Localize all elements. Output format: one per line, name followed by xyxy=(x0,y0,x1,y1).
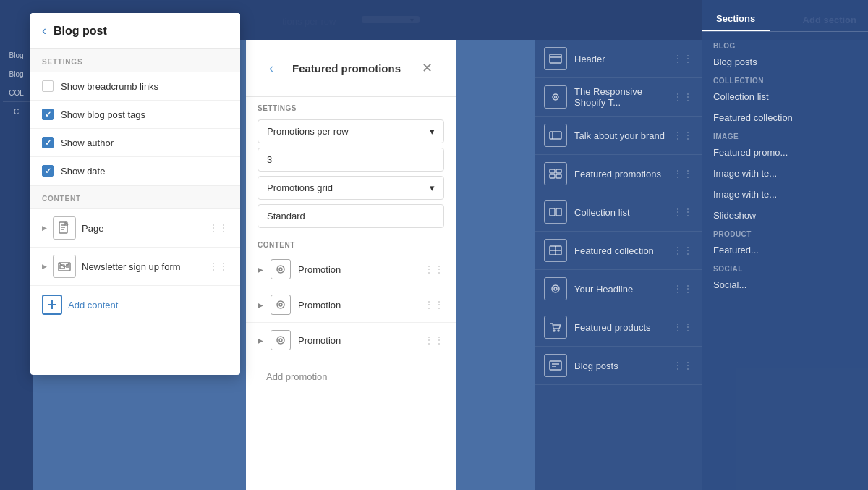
author-label: Show author xyxy=(61,138,114,148)
show-date-item[interactable]: Show date xyxy=(30,157,240,185)
sections-item-featured-promo[interactable]: Featured promo... xyxy=(702,142,868,163)
responsive-section-label: The Responsive Shopify T... xyxy=(574,86,665,108)
svg-point-18 xyxy=(558,330,559,331)
section-item-promotions[interactable]: Featured promotions ⋮⋮ xyxy=(535,155,702,193)
date-checkbox[interactable] xyxy=(42,165,54,177)
featured-products-drag-handle: ⋮⋮ xyxy=(673,321,693,333)
header-drag-handle: ⋮⋮ xyxy=(673,53,693,64)
promotion-drag-1: ⋮⋮ xyxy=(424,263,444,275)
sections-item-featured[interactable]: Featured... xyxy=(702,240,868,261)
svg-rect-6 xyxy=(550,169,555,173)
section-item-featured-collection[interactable]: Featured collection ⋮⋮ xyxy=(535,232,702,270)
section-item-collection-list[interactable]: Collection list ⋮⋮ xyxy=(535,193,702,232)
newsletter-content-item[interactable]: ▶ Newsletter sign up form ⋮⋮ xyxy=(30,248,240,286)
blog-posts-icon xyxy=(544,354,567,377)
promotion-drag-2: ⋮⋮ xyxy=(424,299,444,311)
promotions-per-row-dropdown[interactable]: Promotions per row ▾ xyxy=(258,119,444,143)
brand-section-label: Talk about your brand xyxy=(574,130,665,141)
blog-panel-header: ‹ Blog post xyxy=(30,13,240,49)
promotions-section-icon xyxy=(544,162,567,185)
show-blog-post-tags-item[interactable]: Show blog post tags xyxy=(30,101,240,129)
category-blog: BLOG xyxy=(702,38,868,51)
page-content-item[interactable]: ▶ Page ⋮⋮ xyxy=(30,209,240,248)
sections-item-image-text-2[interactable]: Image with te... xyxy=(702,184,868,205)
promotion-icon-3 xyxy=(271,330,291,350)
svg-point-17 xyxy=(553,330,555,331)
svg-point-2 xyxy=(553,94,558,100)
blog-post-tags-label: Show blog post tags xyxy=(61,109,145,120)
category-image: IMAGE xyxy=(702,128,868,142)
breadcrumb-checkbox[interactable] xyxy=(42,80,54,92)
featured-close-button[interactable]: ✕ xyxy=(410,50,444,86)
section-item-blog-posts[interactable]: Blog posts ⋮⋮ xyxy=(535,347,702,385)
promotions-grid-label: Promotions grid xyxy=(267,182,333,193)
expand-arrow-1: ▶ xyxy=(258,266,263,274)
responsive-section-icon xyxy=(544,85,567,109)
section-item-responsive[interactable]: The Responsive Shopify T... ⋮⋮ xyxy=(535,78,702,117)
svg-point-3 xyxy=(555,96,557,98)
svg-rect-11 xyxy=(556,208,561,216)
svg-rect-10 xyxy=(550,208,555,216)
date-label: Show date xyxy=(61,166,105,177)
featured-content-promotion-2[interactable]: ▶ Promotion ⋮⋮ xyxy=(246,287,456,323)
section-item-header[interactable]: Header ⋮⋮ xyxy=(535,40,702,78)
middle-sections-panel: Header ⋮⋮ The Responsive Shopify T... ⋮⋮… xyxy=(535,40,702,490)
expand-arrow-3: ▶ xyxy=(258,337,263,345)
featured-panel-title: Featured promotions xyxy=(292,62,401,75)
blog-post-tags-checkbox[interactable] xyxy=(42,109,54,120)
promotion-label-1: Promotion xyxy=(298,264,341,275)
blog-posts-drag-handle: ⋮⋮ xyxy=(673,360,693,371)
add-content-icon xyxy=(42,295,62,315)
svg-rect-0 xyxy=(550,54,561,63)
category-collection: COLLECTION xyxy=(702,72,868,86)
headline-drag-handle: ⋮⋮ xyxy=(673,283,693,295)
newsletter-icon xyxy=(53,255,76,278)
sections-tab[interactable]: Sections xyxy=(702,7,770,31)
category-product: PRODUCT xyxy=(702,226,868,240)
page-icon xyxy=(53,216,76,240)
brand-section-icon xyxy=(544,124,567,147)
header-section-label: Header xyxy=(574,54,605,64)
add-promotion-button[interactable]: Add promotion xyxy=(258,366,444,388)
sidebar-item-c[interactable]: C xyxy=(3,104,30,120)
add-content-button[interactable]: Add content xyxy=(30,286,240,324)
promotions-per-row-value: 3 xyxy=(258,148,444,172)
newsletter-drag-handle: ⋮⋮ xyxy=(208,261,229,272)
featured-collection-drag-handle: ⋮⋮ xyxy=(673,245,693,256)
featured-back-button[interactable]: ‹ xyxy=(258,51,285,86)
svg-point-23 xyxy=(279,268,282,271)
sections-item-blog-posts[interactable]: Blog posts xyxy=(702,51,868,72)
author-checkbox[interactable] xyxy=(42,137,54,148)
sections-item-featured-collection[interactable]: Featured collection xyxy=(702,107,868,128)
promotions-grid-dropdown[interactable]: Promotions grid ▾ xyxy=(258,176,444,200)
sections-item-collection-list[interactable]: Collection list xyxy=(702,86,868,107)
blog-back-button[interactable]: ‹ xyxy=(42,23,46,38)
chevron-down-icon: ▾ xyxy=(430,126,435,137)
headline-section-label: Your Headline xyxy=(574,284,633,295)
header-section-icon xyxy=(544,47,567,70)
category-social: SOCIAL xyxy=(702,261,868,274)
sections-panel-header: Sections xyxy=(702,7,868,32)
blog-content-label: CONTENT xyxy=(30,185,240,209)
sections-item-image-text-1[interactable]: Image with te... xyxy=(702,163,868,184)
featured-content-promotion-1[interactable]: ▶ Promotion ⋮⋮ xyxy=(246,252,456,287)
sidebar-item-blog1[interactable]: Blog xyxy=(3,47,30,64)
left-sidebar: Blog Blog COL C xyxy=(0,0,33,490)
featured-collection-label: Featured collection xyxy=(574,245,654,256)
sections-item-slideshow[interactable]: Slideshow xyxy=(702,205,868,226)
sidebar-item-col[interactable]: COL xyxy=(3,85,30,102)
sections-item-social[interactable]: Social... xyxy=(702,274,868,295)
section-item-featured-products[interactable]: Featured products ⋮⋮ xyxy=(535,308,702,347)
page-item-label: Page xyxy=(82,223,203,234)
section-item-headline[interactable]: Your Headline ⋮⋮ xyxy=(535,270,702,308)
featured-content-promotion-3[interactable]: ▶ Promotion ⋮⋮ xyxy=(246,323,456,358)
section-item-brand[interactable]: Talk about your brand ⋮⋮ xyxy=(535,117,702,155)
sidebar-item-blog2[interactable]: Blog xyxy=(3,66,30,83)
blog-post-panel: ‹ Blog post SETTINGS Show breadcrumb lin… xyxy=(30,13,240,375)
promotion-icon-2 xyxy=(271,295,291,315)
show-breadcrumb-item[interactable]: Show breadcrumb links xyxy=(30,72,240,101)
featured-collection-icon xyxy=(544,239,567,262)
promotion-label-2: Promotion xyxy=(298,300,341,311)
show-author-item[interactable]: Show author xyxy=(30,129,240,157)
newsletter-expand-arrow: ▶ xyxy=(42,263,47,270)
